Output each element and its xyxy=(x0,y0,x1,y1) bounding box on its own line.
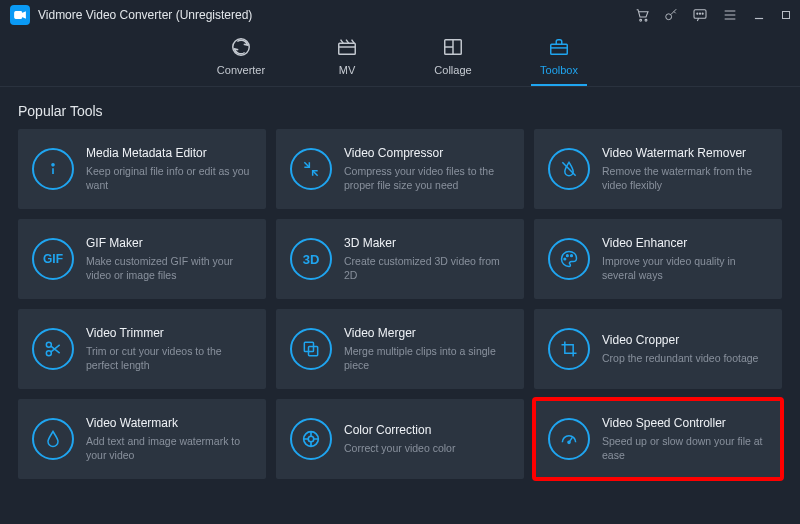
svg-point-22 xyxy=(308,436,314,442)
tab-toolbox[interactable]: Toolbox xyxy=(531,36,587,86)
color-wheel-icon xyxy=(290,418,332,460)
tool-desc: Remove the watermark from the video flex… xyxy=(602,164,768,192)
tool-title: Video Enhancer xyxy=(602,236,768,250)
tool-desc: Compress your video files to the proper … xyxy=(344,164,510,192)
tool-title: Video Merger xyxy=(344,326,510,340)
svg-point-16 xyxy=(571,255,573,257)
svg-point-14 xyxy=(564,258,566,260)
svg-point-23 xyxy=(568,441,570,443)
minimize-icon[interactable] xyxy=(752,8,766,22)
tool-title: Video Watermark Remover xyxy=(602,146,768,160)
merge-icon xyxy=(290,328,332,370)
main-tabs: Converter MV Collage Toolbox xyxy=(0,30,800,87)
tool-video-merger[interactable]: Video Merger Merge multiple clips into a… xyxy=(276,309,524,389)
svg-point-13 xyxy=(52,164,54,166)
tool-video-trimmer[interactable]: Video Trimmer Trim or cut your videos to… xyxy=(18,309,266,389)
tool-video-enhancer[interactable]: Video Enhancer Improve your video qualit… xyxy=(534,219,782,299)
toolbox-section: Popular Tools Media Metadata Editor Keep… xyxy=(0,87,800,479)
app-title: Vidmore Video Converter (Unregistered) xyxy=(38,8,252,22)
tool-gif-maker[interactable]: GIF GIF Maker Make customized GIF with y… xyxy=(18,219,266,299)
tool-title: Video Speed Controller xyxy=(602,416,768,430)
tool-desc: Crop the redundant video footage xyxy=(602,351,758,365)
tool-color-correction[interactable]: Color Correction Correct your video colo… xyxy=(276,399,524,479)
tools-grid: Media Metadata Editor Keep original file… xyxy=(18,129,782,479)
svg-point-9 xyxy=(233,39,250,56)
titlebar: Vidmore Video Converter (Unregistered) xyxy=(0,0,800,30)
tool-title: Video Watermark xyxy=(86,416,252,430)
svg-rect-10 xyxy=(339,43,356,54)
tool-title: Color Correction xyxy=(344,423,455,437)
tab-converter[interactable]: Converter xyxy=(213,36,269,86)
compress-icon xyxy=(290,148,332,190)
tool-desc: Create customized 3D video from 2D xyxy=(344,254,510,282)
svg-rect-12 xyxy=(551,44,568,54)
no-droplet-icon xyxy=(548,148,590,190)
tool-title: Video Cropper xyxy=(602,333,758,347)
tab-label: MV xyxy=(339,64,356,76)
tool-title: Video Compressor xyxy=(344,146,510,160)
cart-icon[interactable] xyxy=(634,7,650,23)
svg-point-2 xyxy=(645,19,647,21)
crop-icon xyxy=(548,328,590,370)
menu-icon[interactable] xyxy=(722,7,738,23)
palette-icon xyxy=(548,238,590,280)
key-icon[interactable] xyxy=(664,8,678,22)
tab-collage[interactable]: Collage xyxy=(425,36,481,86)
3d-icon: 3D xyxy=(290,238,332,280)
tool-desc: Make customized GIF with your video or i… xyxy=(86,254,252,282)
svg-rect-0 xyxy=(15,12,22,19)
app-logo-icon xyxy=(10,5,30,25)
tool-desc: Trim or cut your videos to the perfect l… xyxy=(86,344,252,372)
svg-rect-8 xyxy=(783,12,790,19)
scissors-icon xyxy=(32,328,74,370)
tab-label: Converter xyxy=(217,64,265,76)
tool-title: GIF Maker xyxy=(86,236,252,250)
title-actions xyxy=(634,7,792,23)
svg-point-7 xyxy=(702,13,703,14)
svg-point-6 xyxy=(699,13,700,14)
svg-point-15 xyxy=(567,255,569,257)
tab-mv[interactable]: MV xyxy=(319,36,375,86)
tool-desc: Merge multiple clips into a single piece xyxy=(344,344,510,372)
gif-icon: GIF xyxy=(32,238,74,280)
tool-title: 3D Maker xyxy=(344,236,510,250)
gauge-icon xyxy=(548,418,590,460)
droplet-icon xyxy=(32,418,74,460)
tab-label: Collage xyxy=(434,64,471,76)
section-title: Popular Tools xyxy=(18,103,782,119)
tool-desc: Speed up or slow down your file at ease xyxy=(602,434,768,462)
svg-point-5 xyxy=(697,13,698,14)
tool-desc: Keep original file info or edit as you w… xyxy=(86,164,252,192)
tool-video-watermark[interactable]: Video Watermark Add text and image water… xyxy=(18,399,266,479)
info-icon xyxy=(32,148,74,190)
tab-label: Toolbox xyxy=(540,64,578,76)
tool-3d-maker[interactable]: 3D 3D Maker Create customized 3D video f… xyxy=(276,219,524,299)
tool-video-speed-controller[interactable]: Video Speed Controller Speed up or slow … xyxy=(534,399,782,479)
tool-video-cropper[interactable]: Video Cropper Crop the redundant video f… xyxy=(534,309,782,389)
tool-desc: Add text and image watermark to your vid… xyxy=(86,434,252,462)
svg-point-1 xyxy=(640,19,642,21)
tool-title: Media Metadata Editor xyxy=(86,146,252,160)
feedback-icon[interactable] xyxy=(692,7,708,23)
tool-desc: Improve your video quality in several wa… xyxy=(602,254,768,282)
tool-title: Video Trimmer xyxy=(86,326,252,340)
svg-point-3 xyxy=(666,14,672,20)
tool-media-metadata-editor[interactable]: Media Metadata Editor Keep original file… xyxy=(18,129,266,209)
maximize-icon[interactable] xyxy=(780,9,792,21)
tool-desc: Correct your video color xyxy=(344,441,455,455)
tool-video-watermark-remover[interactable]: Video Watermark Remover Remove the water… xyxy=(534,129,782,209)
tool-video-compressor[interactable]: Video Compressor Compress your video fil… xyxy=(276,129,524,209)
